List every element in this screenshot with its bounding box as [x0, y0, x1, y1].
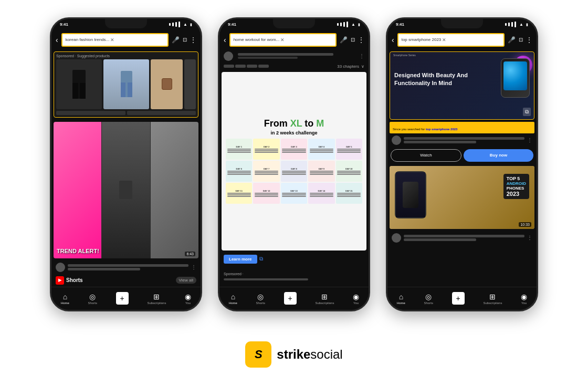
logo-icon: S	[245, 341, 271, 368]
cast-icon-3[interactable]: ⊡	[519, 37, 523, 43]
sponsored-footer-2: Sponsored ·	[219, 266, 369, 283]
trend-alert-section[interactable]: TREND ALERT! 6:43	[54, 122, 198, 258]
product-caption-2	[127, 111, 196, 115]
phone-3d-image	[488, 58, 530, 100]
phone-1-search-bar: ‹ korean fashion trends... ✕ 🎤 ⊡ ⋮	[51, 30, 201, 49]
more-options-3b[interactable]: ⋮	[527, 235, 532, 241]
nav-you-2[interactable]: ◉ You	[353, 293, 359, 305]
you-icon-2: ◉	[353, 293, 359, 301]
signal-bar-3	[175, 22, 177, 27]
chapter-bar: ⋮	[219, 49, 369, 63]
back-arrow-2[interactable]: ‹	[224, 36, 226, 44]
home-icon-1: ⌂	[63, 293, 67, 301]
back-arrow-1[interactable]: ‹	[56, 36, 58, 44]
nav-subs-2[interactable]: ⊞ Subscriptions	[315, 293, 334, 305]
workout-day-15: DAY 15	[336, 183, 362, 204]
signal-bar-3-1	[505, 23, 507, 26]
product-captions	[56, 111, 196, 115]
since-search-bar: Since you searched for top smartphone 20…	[390, 122, 534, 133]
product-img-1[interactable]	[56, 59, 102, 109]
back-arrow-3[interactable]: ‹	[392, 36, 394, 44]
main-video-thumb-2[interactable]: From XL to M in 2 weeks challenge DAY 1	[222, 72, 366, 251]
phone-2-bottom-nav: ⌂ Home ◎ Shorts + ⊞ Subscriptions	[219, 287, 369, 310]
ad-external-link[interactable]: ⧉	[523, 108, 531, 116]
logo-brand-light: social	[310, 347, 342, 361]
phone-3-bottom-nav: ⌂ Home ◎ Shorts + ⊞ Subscriptions	[387, 287, 537, 310]
product-img-2[interactable]	[103, 59, 149, 109]
phone-1-bottom-nav: ⌂ Home ◎ Shorts + ⊞ Subscriptions	[51, 287, 201, 310]
phone-3-content: Smartphone Series Designed With Beauty A…	[387, 49, 537, 287]
status-icons-1: ▲ ▮	[169, 22, 192, 27]
nav-subs-label-2: Subscriptions	[315, 301, 334, 305]
nav-subs-3[interactable]: ⊞ Subscriptions	[483, 293, 502, 305]
channel-avatar-3b	[392, 233, 401, 243]
cast-icon-1[interactable]: ⊡	[183, 37, 187, 43]
nav-subs-label-1: Subscriptions	[147, 301, 166, 305]
learn-more-button[interactable]: Learn more	[224, 255, 257, 264]
top5-android-text: ANDROID	[507, 181, 526, 186]
ad-banner-3[interactable]: Smartphone Series Designed With Beauty A…	[390, 51, 534, 120]
nav-home-3[interactable]: ⌂ Home	[397, 293, 405, 305]
shorts-row-1: ▶ Shorts View all	[51, 274, 201, 287]
c-dot-3	[247, 65, 257, 68]
nav-plus-3[interactable]: +	[452, 292, 465, 305]
chapter-dots	[224, 65, 269, 68]
search-input-1[interactable]: korean fashion trends... ✕	[61, 33, 169, 47]
clear-icon-1[interactable]: ✕	[110, 37, 114, 43]
more-icon-2[interactable]: ⋮	[358, 36, 364, 44]
workout-day-6: DAY 6	[226, 161, 252, 182]
nav-plus-1[interactable]: +	[116, 292, 129, 305]
more-options-2[interactable]: ⋮	[359, 53, 364, 59]
video-info-row-3b: ⋮	[387, 231, 537, 245]
mic-icon-3[interactable]: 🎤	[508, 36, 516, 44]
watch-button[interactable]: Watch	[391, 149, 461, 162]
nav-you-1[interactable]: ◉ You	[185, 293, 191, 305]
nav-shorts-3[interactable]: ◎ Shorts	[424, 293, 433, 305]
buy-button[interactable]: Buy now	[464, 149, 533, 162]
plus-icon-2: +	[284, 292, 297, 305]
search-input-2[interactable]: home workout for wom... ✕	[229, 33, 337, 47]
nav-you-3[interactable]: ◉ You	[521, 293, 527, 305]
cast-icon-2[interactable]: ⊡	[351, 37, 355, 43]
ad-content: Designed With Beauty And Functionality I…	[390, 58, 534, 100]
workout-day-7: DAY 7	[253, 161, 279, 182]
nav-home-1[interactable]: ⌂ Home	[61, 293, 69, 305]
more-options-1[interactable]: ⋮	[191, 264, 196, 270]
product-img-3[interactable]	[151, 59, 183, 109]
channel-avatar-1	[56, 263, 65, 272]
workout-day-2: DAY 2	[253, 139, 279, 160]
nav-subs-label-3: Subscriptions	[483, 301, 502, 305]
workout-day-10: DAY 10	[336, 161, 362, 182]
top5-thumbnail[interactable]: TOP 5 ANDROID PHONES 2023 10:33	[390, 166, 534, 229]
phone-3: 9:41 ▲ ▮ ‹ top smartphone 2023	[386, 17, 538, 311]
trend-label: TREND ALERT!	[57, 248, 99, 254]
phone-2-screen: 9:41 ▲ ▮ ‹ home workout for wom...	[219, 19, 369, 310]
phone-3-body: 9:41 ▲ ▮ ‹ top smartphone 2023	[386, 17, 538, 311]
search-input-3[interactable]: top smartphone 2023 ✕	[397, 33, 505, 47]
nav-shorts-2[interactable]: ◎ Shorts	[256, 293, 265, 305]
nav-shorts-1[interactable]: ◎ Shorts	[88, 293, 97, 305]
nav-home-2[interactable]: ⌂ Home	[229, 293, 237, 305]
phone-1: 9:41 ▲ ▮ ‹ korean fashion trends...	[50, 17, 202, 311]
mic-icon-2[interactable]: 🎤	[340, 36, 348, 44]
clear-icon-2[interactable]: ✕	[280, 37, 285, 43]
title-line-3b-2	[404, 238, 476, 241]
nav-subs-1[interactable]: ⊞ Subscriptions	[147, 293, 166, 305]
more-icon-3[interactable]: ⋮	[526, 36, 532, 44]
signal-bar-1	[169, 23, 171, 26]
home-icon-2: ⌂	[231, 293, 235, 301]
view-all-button-1[interactable]: View all	[176, 277, 196, 284]
product-img-4[interactable]	[184, 59, 196, 109]
nav-plus-2[interactable]: +	[284, 292, 297, 305]
chapters-row: 33 chapters ∨	[219, 63, 369, 70]
battery-icon-3: ▮	[526, 23, 528, 27]
status-time-2: 9:41	[228, 22, 236, 27]
workout-day-1: DAY 1	[226, 139, 252, 160]
title-line-3-1	[404, 137, 524, 140]
workout-day-9: DAY 9	[308, 161, 334, 182]
more-options-3[interactable]: ⋮	[527, 137, 532, 143]
signal-bar-4	[178, 22, 180, 27]
more-icon-1[interactable]: ⋮	[190, 36, 196, 44]
clear-icon-3[interactable]: ✕	[442, 37, 446, 43]
mic-icon-1[interactable]: 🎤	[172, 36, 180, 44]
